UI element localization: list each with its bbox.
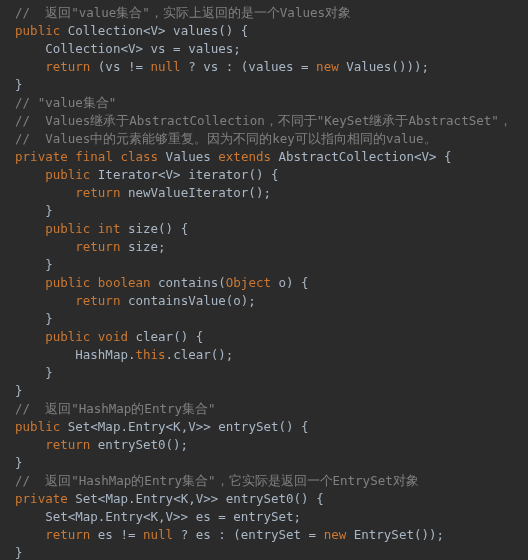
code-text: Collection<V> [60, 23, 173, 38]
keyword-public: public [15, 419, 60, 434]
keyword-null: null [151, 59, 181, 74]
code-text: es != [90, 527, 143, 542]
keyword-final: final [75, 149, 113, 164]
method-name: iterator [188, 167, 248, 182]
dot: . [166, 347, 174, 362]
code-text: () { [158, 221, 188, 236]
code-text: } [0, 365, 53, 380]
comment-line: // Values中的元素能够重复。因为不同的key可以指向相同的value。 [0, 131, 437, 146]
code-text: Entry<K [136, 491, 189, 506]
code-text: } [0, 383, 23, 398]
method-name: entrySet [218, 419, 278, 434]
method-name: contains [158, 275, 218, 290]
comment-line: // 返回"HashMap的Entry集合" [0, 401, 216, 416]
keyword-return: return [45, 59, 90, 74]
code-text: Set<Map [60, 419, 120, 434]
keyword-return: return [45, 527, 90, 542]
code-text: Values [158, 149, 218, 164]
keyword-return: return [75, 293, 120, 308]
keyword-new: new [316, 59, 339, 74]
keyword-private: private [15, 149, 68, 164]
dot: . [128, 491, 136, 506]
keyword-null: null [143, 527, 173, 542]
code-text: () { [279, 419, 309, 434]
code-text: Iterator<V> [90, 167, 188, 182]
keyword-public: public [45, 167, 90, 182]
code-text: () { [294, 491, 324, 506]
code-text: Entry<K [128, 419, 181, 434]
code-text: ( [218, 275, 226, 290]
code-text: () { [218, 23, 248, 38]
keyword-public: public [15, 23, 60, 38]
keyword-boolean: boolean [98, 275, 151, 290]
comment-line: // Values继承于AbstractCollection，不同于"KeySe… [0, 113, 512, 128]
code-text: ; [158, 239, 166, 254]
method-name: values [173, 23, 218, 38]
code-text: } [0, 455, 23, 470]
code-text: V>> [196, 491, 226, 506]
keyword-class: class [120, 149, 158, 164]
code-text: AbstractCollection<V> { [271, 149, 452, 164]
code-text: } [0, 203, 53, 218]
code-text: entrySet0(); [90, 437, 188, 452]
comment-line: // "value集合" [0, 95, 116, 110]
code-text: (); [211, 347, 234, 362]
keyword-this: this [135, 347, 165, 362]
code-text: Collection<V> vs = values; [0, 41, 241, 56]
method-name: clear [173, 347, 211, 362]
code-text: } [0, 311, 53, 326]
code-text: Set<Map.Entry<K,V>> es = entrySet; [0, 509, 301, 524]
code-text: Set<Map [68, 491, 128, 506]
method-name: entrySet0 [226, 491, 294, 506]
type-object: Object [226, 275, 271, 290]
keyword-public: public [45, 275, 90, 290]
code-text: (vs != [90, 59, 150, 74]
keyword-public: public [45, 221, 90, 236]
code-block: // 返回"value集合"，实际上返回的是一个Values对象 public … [0, 0, 528, 560]
code-text: o) { [271, 275, 309, 290]
keyword-public: public [45, 329, 90, 344]
code-text: () { [173, 329, 203, 344]
comment-line: // 返回"value集合"，实际上返回的是一个Values对象 [0, 5, 351, 20]
code-text: ? vs : (values = [181, 59, 316, 74]
code-text: newValueIterator(); [120, 185, 271, 200]
dot: . [120, 419, 128, 434]
code-text: V>> [188, 419, 218, 434]
code-text: } [0, 257, 53, 272]
keyword-private: private [15, 491, 68, 506]
class-ref: HashMap [75, 347, 128, 362]
keyword-return: return [45, 437, 90, 452]
keyword-void: void [98, 329, 128, 344]
code-text: ? es : (entrySet = [173, 527, 324, 542]
keyword-return: return [75, 185, 120, 200]
code-text: () { [248, 167, 278, 182]
method-name: clear [135, 329, 173, 344]
keyword-extends: extends [218, 149, 271, 164]
keyword-new: new [324, 527, 347, 542]
code-text: containsValue(o); [120, 293, 255, 308]
keyword-int: int [98, 221, 121, 236]
method-name: size [128, 221, 158, 236]
code-text: EntrySet()); [346, 527, 444, 542]
code-text: } [0, 545, 23, 560]
keyword-return: return [75, 239, 120, 254]
code-text: Values())); [339, 59, 429, 74]
code-text: } [0, 77, 23, 92]
comma: , [188, 491, 196, 506]
identifier: size [128, 239, 158, 254]
comment-line: // 返回"HashMap的Entry集合"，它实际是返回一个EntrySet对… [0, 473, 419, 488]
